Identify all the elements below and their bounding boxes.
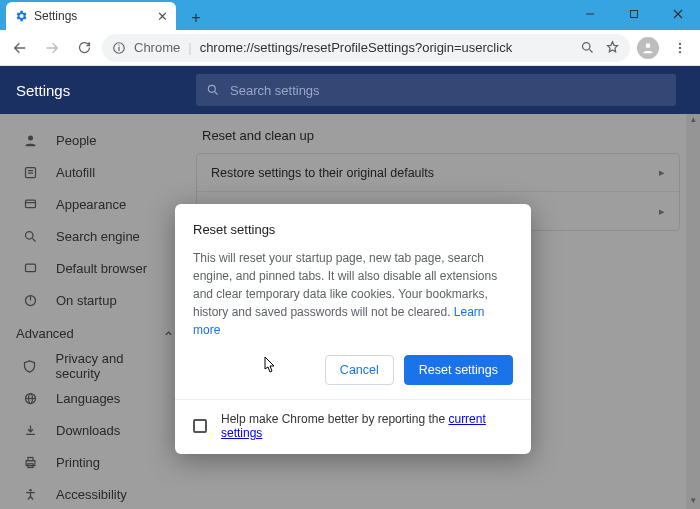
settings-title: Settings	[16, 82, 176, 99]
browser-tab[interactable]: Settings ✕	[6, 2, 176, 30]
svg-point-9	[646, 43, 651, 48]
help-text-label: Help make Chrome better by reporting the	[221, 412, 448, 426]
back-button[interactable]	[6, 34, 34, 62]
settings-header: Settings Search settings	[0, 66, 700, 114]
zoom-icon[interactable]	[580, 40, 595, 55]
reset-settings-dialog: Reset settings This will reset your star…	[175, 204, 531, 454]
dialog-separator	[175, 399, 531, 400]
svg-point-11	[679, 46, 681, 48]
reload-button[interactable]	[70, 34, 98, 62]
svg-point-12	[679, 50, 681, 52]
dialog-actions: Cancel Reset settings	[193, 355, 513, 385]
browser-toolbar: Chrome | chrome://settings/resetProfileS…	[0, 30, 700, 66]
menu-button[interactable]	[666, 34, 694, 62]
dialog-help-row: Help make Chrome better by reporting the…	[193, 412, 513, 440]
forward-button[interactable]	[38, 34, 66, 62]
cursor-icon	[259, 356, 277, 376]
window-titlebar: Settings ✕ +	[0, 0, 700, 30]
cancel-label: Cancel	[340, 363, 379, 377]
window-controls	[568, 0, 700, 28]
svg-line-8	[589, 49, 592, 52]
site-info-icon[interactable]	[112, 41, 126, 55]
cancel-button[interactable]: Cancel	[325, 355, 394, 385]
url-text: chrome://settings/resetProfileSettings?o…	[200, 40, 513, 55]
tab-strip: Settings ✕ +	[0, 0, 208, 30]
maximize-button[interactable]	[612, 0, 656, 28]
url-scheme-label: Chrome	[134, 40, 180, 55]
gear-icon	[14, 9, 28, 23]
svg-point-7	[583, 43, 591, 51]
svg-line-14	[215, 92, 218, 95]
search-settings-input[interactable]: Search settings	[196, 74, 676, 106]
svg-point-13	[208, 85, 215, 92]
search-icon	[206, 83, 220, 97]
new-tab-button[interactable]: +	[184, 6, 208, 30]
bookmark-star-icon[interactable]	[605, 40, 620, 55]
minimize-button[interactable]	[568, 0, 612, 28]
svg-rect-1	[631, 11, 638, 18]
confirm-label: Reset settings	[419, 363, 498, 377]
dialog-body-text: This will reset your startup page, new t…	[193, 251, 497, 319]
avatar-icon	[637, 37, 659, 59]
svg-point-6	[118, 44, 119, 45]
search-placeholder: Search settings	[230, 83, 320, 98]
help-checkbox[interactable]	[193, 419, 207, 433]
dialog-body: This will reset your startup page, new t…	[193, 249, 513, 339]
dialog-title: Reset settings	[193, 222, 513, 237]
svg-point-10	[679, 42, 681, 44]
tab-close-icon[interactable]: ✕	[157, 9, 168, 24]
address-bar[interactable]: Chrome | chrome://settings/resetProfileS…	[102, 34, 630, 62]
close-window-button[interactable]	[656, 0, 700, 28]
reset-settings-button[interactable]: Reset settings	[404, 355, 513, 385]
tab-title: Settings	[34, 9, 77, 23]
profile-button[interactable]	[634, 34, 662, 62]
url-separator: |	[188, 40, 191, 55]
help-text: Help make Chrome better by reporting the…	[221, 412, 513, 440]
